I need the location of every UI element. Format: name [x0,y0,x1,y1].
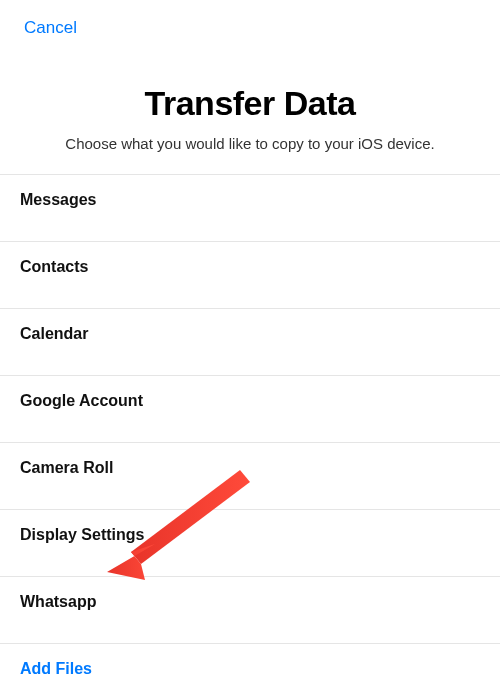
header-bar: Cancel [0,0,500,48]
list-item-label: Whatsapp [20,593,96,611]
list-item-google-account[interactable]: Google Account [0,376,500,443]
title-block: Transfer Data Choose what you would like… [0,48,500,174]
list-item-messages[interactable]: Messages [0,175,500,242]
list-item-label: Display Settings [20,526,144,544]
add-files-label: Add Files [20,660,92,678]
page-title: Transfer Data [20,84,480,123]
list-item-label: Google Account [20,392,143,410]
list-item-contacts[interactable]: Contacts [0,242,500,309]
list-item-camera-roll[interactable]: Camera Roll [0,443,500,510]
add-files-button[interactable]: Add Files [0,644,500,684]
list-item-calendar[interactable]: Calendar [0,309,500,376]
list-item-display-settings[interactable]: Display Settings [0,510,500,577]
cancel-button[interactable]: Cancel [24,18,77,38]
list-item-label: Calendar [20,325,88,343]
transfer-options-list: Messages Contacts Calendar Google Accoun… [0,174,500,684]
list-item-label: Camera Roll [20,459,113,477]
list-item-label: Contacts [20,258,88,276]
list-item-label: Messages [20,191,97,209]
page-subtitle: Choose what you would like to copy to yo… [20,135,480,152]
list-item-whatsapp[interactable]: Whatsapp [0,577,500,644]
